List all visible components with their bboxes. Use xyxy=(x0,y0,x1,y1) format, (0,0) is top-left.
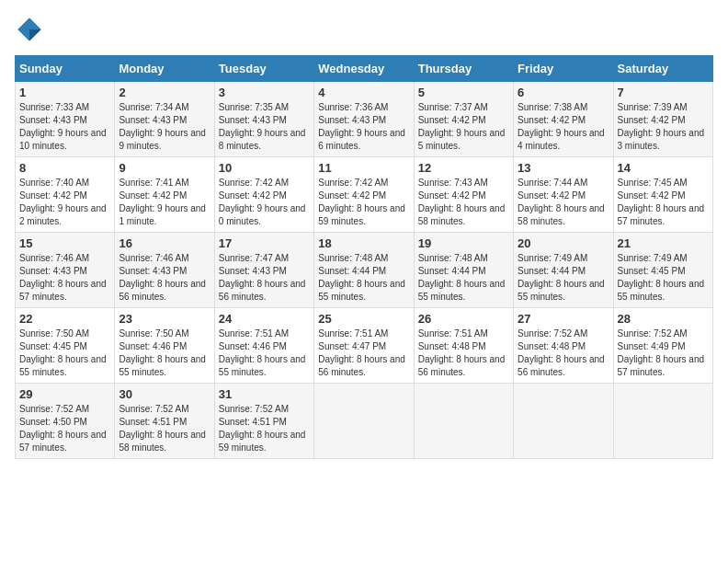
col-saturday: Saturday xyxy=(613,56,712,82)
day-number: 30 xyxy=(119,387,210,401)
day-info: Sunrise: 7:52 AM Sunset: 4:48 PM Dayligh… xyxy=(518,327,609,379)
page-header xyxy=(15,15,713,44)
day-info: Sunrise: 7:49 AM Sunset: 4:45 PM Dayligh… xyxy=(618,252,709,304)
day-info: Sunrise: 7:50 AM Sunset: 4:46 PM Dayligh… xyxy=(119,327,210,379)
empty-cell xyxy=(514,384,613,459)
day-number: 19 xyxy=(418,236,509,250)
day-info: Sunrise: 7:34 AM Sunset: 4:43 PM Dayligh… xyxy=(119,101,210,153)
day-cell-15: 15 Sunrise: 7:46 AM Sunset: 4:43 PM Dayl… xyxy=(16,233,115,308)
calendar-week-1: 1 Sunrise: 7:33 AM Sunset: 4:43 PM Dayli… xyxy=(16,82,713,157)
day-cell-19: 19 Sunrise: 7:48 AM Sunset: 4:44 PM Dayl… xyxy=(414,233,513,308)
day-number: 31 xyxy=(219,387,310,401)
day-number: 1 xyxy=(19,86,110,99)
day-info: Sunrise: 7:47 AM Sunset: 4:43 PM Dayligh… xyxy=(219,252,310,304)
day-cell-17: 17 Sunrise: 7:47 AM Sunset: 4:43 PM Dayl… xyxy=(214,233,313,308)
empty-cell xyxy=(613,384,712,459)
empty-cell xyxy=(314,384,414,459)
day-info: Sunrise: 7:48 AM Sunset: 4:44 PM Dayligh… xyxy=(418,252,509,304)
logo-icon xyxy=(15,15,44,44)
day-cell-30: 30 Sunrise: 7:52 AM Sunset: 4:51 PM Dayl… xyxy=(115,384,214,459)
calendar-week-2: 8 Sunrise: 7:40 AM Sunset: 4:42 PM Dayli… xyxy=(16,157,713,233)
day-info: Sunrise: 7:33 AM Sunset: 4:43 PM Dayligh… xyxy=(19,101,110,153)
day-number: 2 xyxy=(119,86,210,99)
day-cell-4: 4 Sunrise: 7:36 AM Sunset: 4:43 PM Dayli… xyxy=(314,82,414,157)
calendar-week-4: 22 Sunrise: 7:50 AM Sunset: 4:45 PM Dayl… xyxy=(16,308,713,384)
day-cell-29: 29 Sunrise: 7:52 AM Sunset: 4:50 PM Dayl… xyxy=(16,384,115,459)
day-cell-31: 31 Sunrise: 7:52 AM Sunset: 4:51 PM Dayl… xyxy=(214,384,313,459)
day-info: Sunrise: 7:39 AM Sunset: 4:42 PM Dayligh… xyxy=(618,101,709,153)
day-number: 29 xyxy=(19,387,110,401)
day-number: 6 xyxy=(518,86,609,99)
day-number: 24 xyxy=(219,312,310,326)
calendar-body: 1 Sunrise: 7:33 AM Sunset: 4:43 PM Dayli… xyxy=(16,82,713,459)
day-info: Sunrise: 7:36 AM Sunset: 4:43 PM Dayligh… xyxy=(318,101,409,153)
weekday-row: Sunday Monday Tuesday Wednesday Thursday… xyxy=(16,56,713,82)
day-info: Sunrise: 7:51 AM Sunset: 4:48 PM Dayligh… xyxy=(418,327,509,379)
day-cell-23: 23 Sunrise: 7:50 AM Sunset: 4:46 PM Dayl… xyxy=(115,308,214,384)
logo xyxy=(15,15,48,44)
day-number: 23 xyxy=(119,312,210,326)
day-cell-3: 3 Sunrise: 7:35 AM Sunset: 4:43 PM Dayli… xyxy=(214,82,313,157)
day-cell-9: 9 Sunrise: 7:41 AM Sunset: 4:42 PM Dayli… xyxy=(115,157,214,233)
day-info: Sunrise: 7:43 AM Sunset: 4:42 PM Dayligh… xyxy=(418,177,509,228)
day-number: 8 xyxy=(19,161,110,175)
day-info: Sunrise: 7:52 AM Sunset: 4:50 PM Dayligh… xyxy=(19,403,110,454)
day-cell-20: 20 Sunrise: 7:49 AM Sunset: 4:44 PM Dayl… xyxy=(514,233,613,308)
day-cell-12: 12 Sunrise: 7:43 AM Sunset: 4:42 PM Dayl… xyxy=(414,157,513,233)
day-number: 18 xyxy=(318,236,409,250)
day-cell-25: 25 Sunrise: 7:51 AM Sunset: 4:47 PM Dayl… xyxy=(314,308,414,384)
day-cell-7: 7 Sunrise: 7:39 AM Sunset: 4:42 PM Dayli… xyxy=(613,82,712,157)
day-info: Sunrise: 7:45 AM Sunset: 4:42 PM Dayligh… xyxy=(618,177,709,228)
day-cell-21: 21 Sunrise: 7:49 AM Sunset: 4:45 PM Dayl… xyxy=(613,233,712,308)
calendar-header: Sunday Monday Tuesday Wednesday Thursday… xyxy=(16,56,713,82)
calendar-week-5: 29 Sunrise: 7:52 AM Sunset: 4:50 PM Dayl… xyxy=(16,384,713,459)
day-number: 9 xyxy=(119,161,210,175)
day-number: 28 xyxy=(618,312,709,326)
day-number: 26 xyxy=(418,312,509,326)
day-cell-5: 5 Sunrise: 7:37 AM Sunset: 4:42 PM Dayli… xyxy=(414,82,513,157)
day-info: Sunrise: 7:42 AM Sunset: 4:42 PM Dayligh… xyxy=(219,177,310,228)
day-number: 25 xyxy=(318,312,409,326)
day-info: Sunrise: 7:52 AM Sunset: 4:49 PM Dayligh… xyxy=(618,327,709,379)
day-number: 20 xyxy=(518,236,609,250)
day-number: 22 xyxy=(19,312,110,326)
col-thursday: Thursday xyxy=(414,56,513,82)
day-number: 3 xyxy=(219,86,310,99)
day-cell-24: 24 Sunrise: 7:51 AM Sunset: 4:46 PM Dayl… xyxy=(214,308,313,384)
calendar-week-3: 15 Sunrise: 7:46 AM Sunset: 4:43 PM Dayl… xyxy=(16,233,713,308)
day-cell-16: 16 Sunrise: 7:46 AM Sunset: 4:43 PM Dayl… xyxy=(115,233,214,308)
day-number: 11 xyxy=(318,161,409,175)
day-number: 10 xyxy=(219,161,310,175)
col-tuesday: Tuesday xyxy=(214,56,313,82)
day-number: 15 xyxy=(19,236,110,250)
day-number: 12 xyxy=(418,161,509,175)
day-number: 27 xyxy=(518,312,609,326)
day-info: Sunrise: 7:51 AM Sunset: 4:46 PM Dayligh… xyxy=(219,327,310,379)
day-cell-27: 27 Sunrise: 7:52 AM Sunset: 4:48 PM Dayl… xyxy=(514,308,613,384)
day-number: 16 xyxy=(119,236,210,250)
col-sunday: Sunday xyxy=(16,56,115,82)
day-info: Sunrise: 7:37 AM Sunset: 4:42 PM Dayligh… xyxy=(418,101,509,153)
day-cell-8: 8 Sunrise: 7:40 AM Sunset: 4:42 PM Dayli… xyxy=(16,157,115,233)
svg-marker-1 xyxy=(29,29,41,41)
day-info: Sunrise: 7:48 AM Sunset: 4:44 PM Dayligh… xyxy=(318,252,409,304)
day-number: 5 xyxy=(418,86,509,99)
day-number: 13 xyxy=(518,161,609,175)
day-cell-11: 11 Sunrise: 7:42 AM Sunset: 4:42 PM Dayl… xyxy=(314,157,414,233)
day-cell-1: 1 Sunrise: 7:33 AM Sunset: 4:43 PM Dayli… xyxy=(16,82,115,157)
day-info: Sunrise: 7:35 AM Sunset: 4:43 PM Dayligh… xyxy=(219,101,310,153)
day-info: Sunrise: 7:51 AM Sunset: 4:47 PM Dayligh… xyxy=(318,327,409,379)
day-cell-10: 10 Sunrise: 7:42 AM Sunset: 4:42 PM Dayl… xyxy=(214,157,313,233)
day-info: Sunrise: 7:49 AM Sunset: 4:44 PM Dayligh… xyxy=(518,252,609,304)
day-info: Sunrise: 7:52 AM Sunset: 4:51 PM Dayligh… xyxy=(119,403,210,454)
day-info: Sunrise: 7:44 AM Sunset: 4:42 PM Dayligh… xyxy=(518,177,609,228)
day-cell-6: 6 Sunrise: 7:38 AM Sunset: 4:42 PM Dayli… xyxy=(514,82,613,157)
day-cell-28: 28 Sunrise: 7:52 AM Sunset: 4:49 PM Dayl… xyxy=(613,308,712,384)
day-info: Sunrise: 7:52 AM Sunset: 4:51 PM Dayligh… xyxy=(219,403,310,454)
day-number: 17 xyxy=(219,236,310,250)
empty-cell xyxy=(414,384,513,459)
calendar-table: Sunday Monday Tuesday Wednesday Thursday… xyxy=(15,55,713,459)
day-cell-13: 13 Sunrise: 7:44 AM Sunset: 4:42 PM Dayl… xyxy=(514,157,613,233)
day-number: 14 xyxy=(618,161,709,175)
day-info: Sunrise: 7:41 AM Sunset: 4:42 PM Dayligh… xyxy=(119,177,210,228)
